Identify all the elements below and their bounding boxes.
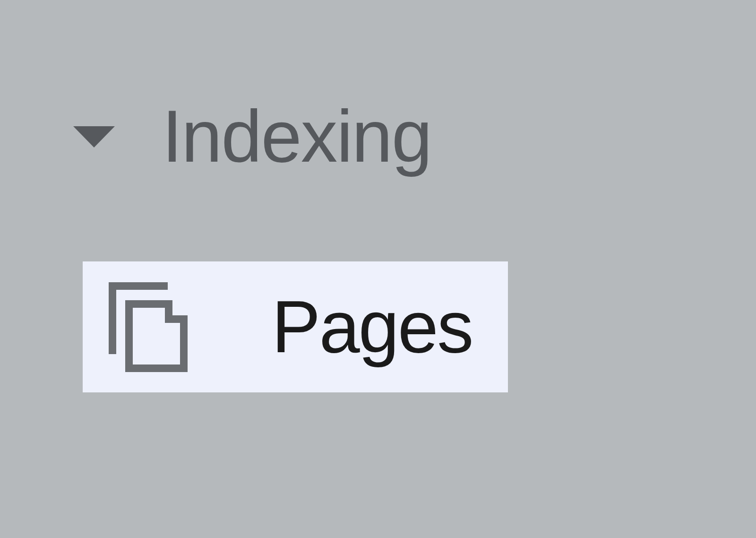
sidebar-item-pages[interactable]: Pages <box>83 261 508 392</box>
sidebar-section-indexing[interactable]: Indexing <box>73 95 431 179</box>
chevron-down-icon <box>73 126 115 148</box>
section-title: Indexing <box>162 95 431 179</box>
sidebar-item-label: Pages <box>272 285 472 369</box>
pages-icon <box>109 282 189 372</box>
